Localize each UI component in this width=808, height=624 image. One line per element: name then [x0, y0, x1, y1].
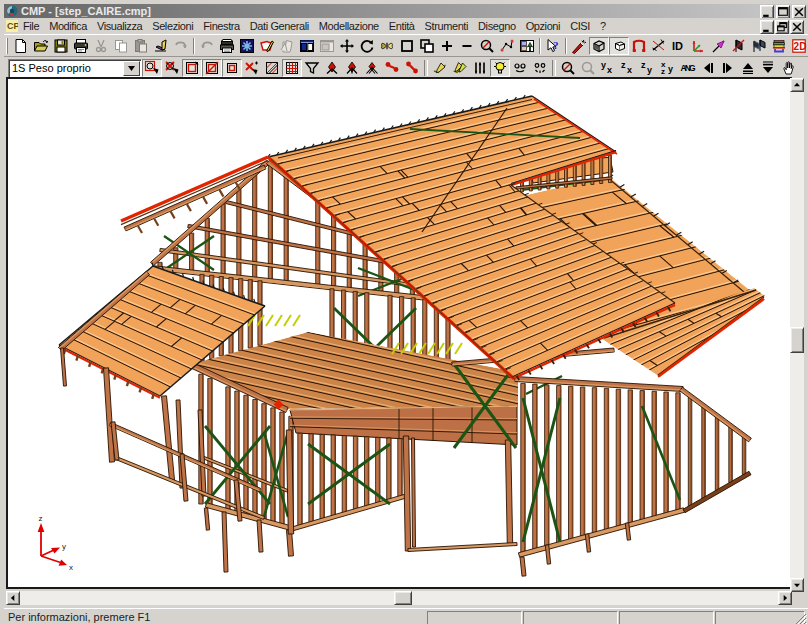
resize-grip[interactable]	[795, 613, 807, 624]
new-icon[interactable]	[11, 37, 31, 55]
scroll-down-button[interactable]	[790, 578, 804, 592]
fan-copy-icon[interactable]	[277, 37, 297, 55]
menu-file[interactable]: File	[18, 19, 44, 33]
pencil-check-icon[interactable]	[430, 59, 450, 77]
flags-icon[interactable]	[749, 37, 769, 55]
sel-small-2-icon[interactable]	[222, 59, 242, 77]
bulb-on-icon[interactable]	[490, 59, 510, 77]
tri-down-icon[interactable]	[758, 59, 778, 77]
document-icon[interactable]: CP	[6, 20, 18, 32]
moth-icon[interactable]	[377, 37, 397, 55]
maximize-button[interactable]	[776, 5, 790, 19]
axes-triad-icon[interactable]	[689, 37, 709, 55]
sel-zoom-red-icon[interactable]	[162, 59, 182, 77]
menu-?[interactable]: ?	[595, 19, 611, 33]
refresh-blue-icon[interactable]	[237, 37, 257, 55]
step-back-icon[interactable]	[698, 59, 718, 77]
menu-modellazione[interactable]: Modellazione	[314, 19, 384, 33]
solid-view-icon[interactable]	[589, 37, 609, 55]
mdi-minimize-button[interactable]	[760, 20, 774, 34]
ang-label-icon[interactable]: ANG	[678, 59, 698, 77]
rotate-icon[interactable]	[357, 37, 377, 55]
pan-move-icon[interactable]	[337, 37, 357, 55]
layers-color-icon[interactable]	[769, 37, 789, 55]
menu-strumenti[interactable]: Strumenti	[420, 19, 473, 33]
menu-entit-[interactable]: Entità	[384, 19, 420, 33]
combo-dropdown-button[interactable]	[123, 61, 140, 76]
window-gray-icon[interactable]	[317, 37, 337, 55]
sel-hatch-icon[interactable]	[262, 59, 282, 77]
zoom-out-icon[interactable]	[457, 37, 477, 55]
sel-box-2-icon[interactable]	[182, 59, 202, 77]
print-batch-icon[interactable]	[217, 37, 237, 55]
zy-label-icon[interactable]: zy	[638, 59, 658, 77]
open-icon[interactable]	[31, 37, 51, 55]
title-bar[interactable]: CMP - [step_CAIRE.cmp]	[4, 4, 808, 18]
scroll-left-button[interactable]	[6, 591, 20, 605]
zoom-nocursor-icon[interactable]	[558, 59, 578, 77]
measure-icon[interactable]	[649, 37, 669, 55]
zoom-window-icon[interactable]	[397, 37, 417, 55]
menu-modifica[interactable]: Modifica	[44, 19, 92, 33]
wand-icon[interactable]	[569, 37, 589, 55]
redo-icon[interactable]	[197, 37, 217, 55]
vertical-scrollbar[interactable]	[790, 78, 804, 592]
horizontal-scrollbar[interactable]	[6, 591, 792, 605]
zoom-gray-icon[interactable]	[578, 59, 598, 77]
id-label-icon[interactable]: ID	[669, 37, 689, 55]
sel-zoom-cursor-icon[interactable]	[142, 59, 162, 77]
help-select-icon[interactable]: ?	[543, 37, 563, 55]
mdi-close-button[interactable]	[790, 20, 804, 34]
vscroll-thumb[interactable]	[790, 327, 804, 353]
menu-cisi[interactable]: CISI	[565, 19, 595, 33]
hand-icon[interactable]	[778, 59, 798, 77]
pin-1-icon[interactable]	[322, 59, 342, 77]
mdi-restore-button[interactable]	[775, 20, 789, 34]
flag-no-icon[interactable]	[729, 37, 749, 55]
drawing-canvas[interactable]: zyx	[6, 77, 792, 589]
desel-x-icon[interactable]	[242, 59, 262, 77]
sel-grid-red-icon[interactable]	[282, 59, 302, 77]
zx-label-icon[interactable]: zx	[618, 59, 638, 77]
eyes-2-icon[interactable]	[530, 59, 550, 77]
pin-3-icon[interactable]	[362, 59, 382, 77]
minimize-button[interactable]	[760, 5, 774, 19]
nodes-icon[interactable]	[497, 37, 517, 55]
paste-icon[interactable]	[131, 37, 151, 55]
menu-dati-generali[interactable]: Dati Generali	[245, 19, 314, 33]
twod-icon[interactable]: 2D	[789, 37, 808, 55]
save-icon[interactable]	[51, 37, 71, 55]
scroll-up-button[interactable]	[790, 78, 804, 92]
zoom-in-icon[interactable]	[437, 37, 457, 55]
close-button[interactable]	[792, 5, 806, 19]
copy-icon[interactable]	[111, 37, 131, 55]
scroll-right-button[interactable]	[778, 591, 792, 605]
filter-funnel-icon[interactable]	[302, 59, 322, 77]
load-case-combobox[interactable]: 1S Peso proprio	[8, 59, 142, 78]
window-split-icon[interactable]	[297, 37, 317, 55]
cut-icon[interactable]	[91, 37, 111, 55]
xzy-label-icon[interactable]: xzy	[658, 59, 678, 77]
pin-2-icon[interactable]	[342, 59, 362, 77]
link-red-icon[interactable]	[382, 59, 402, 77]
sel-box-slash-icon[interactable]	[202, 59, 222, 77]
menu-selezioni[interactable]: Selezioni	[147, 19, 198, 33]
hscroll-thumb[interactable]	[394, 591, 412, 605]
arrow-magenta-icon[interactable]	[709, 37, 729, 55]
menu-finestra[interactable]: Finestra	[198, 19, 245, 33]
menu-disegno[interactable]: Disegno	[473, 19, 521, 33]
eyes-1-icon[interactable]	[510, 59, 530, 77]
image-home-icon[interactable]	[517, 37, 537, 55]
zoom-prev-icon[interactable]	[417, 37, 437, 55]
polygon-edit-icon[interactable]	[257, 37, 277, 55]
pencil-double-icon[interactable]	[450, 59, 470, 77]
frame-red-icon[interactable]	[629, 37, 649, 55]
menu-visualizza[interactable]: Visualizza	[92, 19, 147, 33]
menu-opzioni[interactable]: Opzioni	[521, 19, 566, 33]
zoom-extents-icon[interactable]	[477, 37, 497, 55]
link-red-2-icon[interactable]	[402, 59, 422, 77]
print-icon[interactable]	[71, 37, 91, 55]
sliders-icon[interactable]	[470, 59, 490, 77]
step-fwd-icon[interactable]	[718, 59, 738, 77]
yx-label-icon[interactable]: yx	[598, 59, 618, 77]
